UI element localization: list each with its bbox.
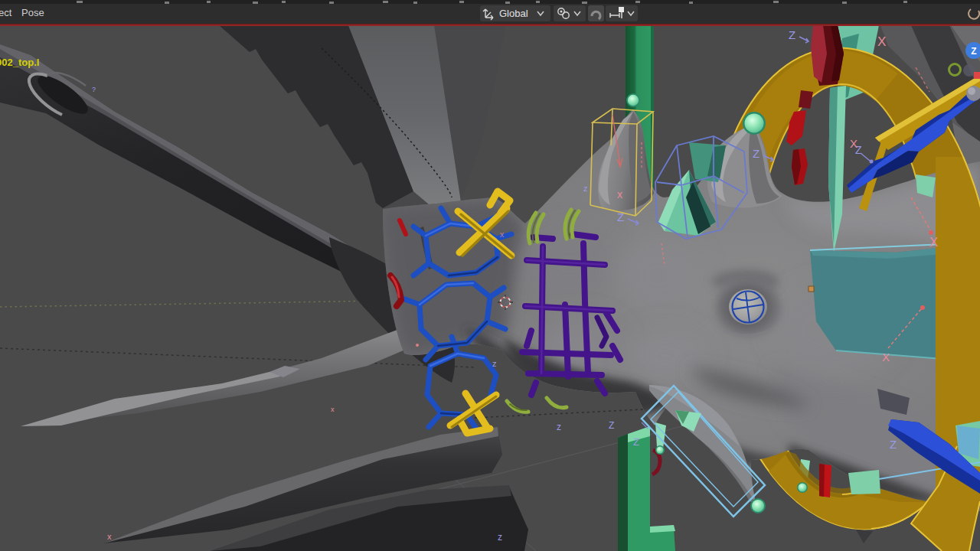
svg-text:X: X [850, 137, 858, 150]
svg-text:?: ? [92, 86, 96, 93]
svg-text:002_top.l: 002_top.l [0, 57, 39, 68]
svg-text:Z: Z [633, 436, 639, 448]
svg-text:z: z [583, 184, 588, 193]
svg-text:Z: Z [971, 46, 976, 57]
svg-text:Z: Z [789, 28, 795, 41]
svg-text:Z: Z [753, 147, 760, 160]
svg-text:Z: Z [890, 438, 897, 451]
svg-text:x: x [107, 532, 112, 541]
svg-text:x: x [331, 406, 335, 413]
svg-text:X: X [929, 235, 938, 249]
svg-text:x: x [617, 188, 622, 201]
svg-text:X: X [882, 350, 890, 364]
svg-text:z: z [557, 422, 561, 432]
svg-text:ect: ect [0, 7, 12, 18]
svg-text:Global: Global [499, 8, 528, 19]
svg-text:x: x [500, 230, 505, 239]
svg-text:Z: Z [617, 210, 624, 223]
svg-text:Z: Z [609, 420, 614, 431]
svg-text:z: z [492, 359, 497, 368]
svg-text:Pose: Pose [21, 7, 44, 18]
svg-text:X: X [877, 34, 886, 49]
svg-text:z: z [498, 532, 502, 543]
